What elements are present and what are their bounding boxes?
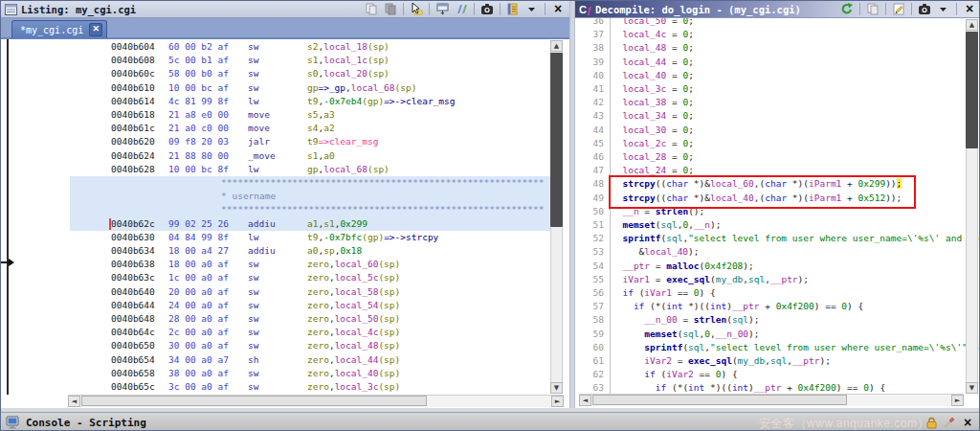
token-glob: sql <box>770 355 787 366</box>
listing-row[interactable]: 0040b62009 f8 20 03jalrt9=>clear_msg <box>1 135 564 148</box>
listing-row[interactable]: 0040b60c58 00 b0 afsws0,local_20(sp) <box>1 67 564 80</box>
dropdown-icon[interactable] <box>524 2 540 16</box>
clear-console-icon[interactable] <box>941 416 956 430</box>
listing-row[interactable]: 0040b6085c 00 b1 afsws1,local_1c(sp) <box>1 54 564 67</box>
close-icon[interactable]: × <box>960 416 975 430</box>
line-number: 40 <box>575 69 604 82</box>
table-snapshot-icon[interactable] <box>434 2 450 16</box>
code-line-61[interactable]: 61 iVar2 = exec_sql(my_db,sql,__ptr); <box>575 354 980 368</box>
code-line-38[interactable]: 38 local_48 = 0; <box>575 41 980 55</box>
close-icon[interactable]: × <box>550 2 566 16</box>
token-txt: ) { <box>869 382 885 393</box>
notes-icon[interactable] <box>505 2 521 16</box>
scroll-left-icon[interactable]: ◄ <box>579 395 591 406</box>
copy-icon[interactable] <box>364 2 379 16</box>
listing-row[interactable]: 0040b65c3c 00 a0 afswzero,local_3c(sp) <box>1 380 564 394</box>
code-line-42[interactable]: 42 local_38 = 0; <box>575 96 980 109</box>
code-line-58[interactable]: 58 __n_00 = strlen(sql); <box>575 313 980 327</box>
code-line-46[interactable]: 46 local_28 = 0; <box>575 150 980 164</box>
listing-row[interactable]: 0040b60460 00 b2 afsws2,local_18(sp) <box>1 40 564 54</box>
code-line-54[interactable]: 54 __ptr = malloc(0x4f208); <box>575 260 980 273</box>
code-line-57[interactable]: 57 if (*(int *)((int)__ptr + 0x4f200) ==… <box>575 300 980 313</box>
code-line-43[interactable]: 43 local_34 = 0; <box>575 109 980 123</box>
code-line-41[interactable]: 41 local_3c = 0; <box>575 82 980 96</box>
lock-icon[interactable] <box>924 416 939 430</box>
listing-row[interactable]: 0040b64c2c 00 a0 afswzero,local_4c(sp) <box>1 326 564 339</box>
toolbar-separator <box>885 3 886 15</box>
scroll-right-icon[interactable]: ► <box>951 395 964 406</box>
tab-my-cgi[interactable]: *my_cgi.cgi ✕ <box>11 20 107 38</box>
code-line-36[interactable]: 36 local_50 = 0; <box>575 18 980 28</box>
listing-row[interactable]: 0040b63c1c 00 a0 afswzero,local_5c(sp) <box>1 271 564 284</box>
decompiler-titlebar[interactable]: Cƒ Decompile: do_login - (my_cgi.cgi) × <box>575 1 980 18</box>
scroll-right-icon[interactable]: ► <box>551 396 564 407</box>
comment-row[interactable]: * username <box>1 190 564 203</box>
scroll-down-icon[interactable]: ▼ <box>550 382 563 394</box>
bytes: 18 00 a4 27 <box>168 244 229 258</box>
listing-row[interactable]: 0040b65030 00 a0 afswzero,local_48(sp) <box>1 339 564 352</box>
listing-row[interactable]: 0040b62c99 02 25 26addiua1,s1,0x299 <box>1 217 564 231</box>
camera-icon[interactable] <box>917 2 932 16</box>
listing-row[interactable]: 0040b62421 88 80 00_moves1,a0 <box>1 149 564 163</box>
close-icon[interactable]: × <box>962 2 977 16</box>
edit-icon[interactable] <box>891 2 906 16</box>
code-line-53[interactable]: 53 &local_40); <box>575 245 980 259</box>
listing-hscroll-thumb[interactable] <box>81 396 427 406</box>
scroll-down-icon[interactable]: ▼ <box>966 382 978 394</box>
listing-row[interactable]: 0040b65838 00 a0 afswzero,local_40(sp) <box>1 367 564 380</box>
code-line-45[interactable]: 45 local_2c = 0; <box>575 137 980 150</box>
address: 0040b618 <box>111 108 155 122</box>
markup-icon[interactable] <box>454 2 469 16</box>
code-line-55[interactable]: 55 iVar1 = exec_sql(my_db,sql,__ptr); <box>575 273 980 286</box>
comment-row[interactable]: ****************************************… <box>1 203 564 216</box>
code-line-52[interactable]: 52 sprintf(sql,"select level from user w… <box>575 232 980 245</box>
code-line-44[interactable]: 44 local_30 = 0; <box>575 124 980 137</box>
listing-row[interactable]: 0040b62810 00 bc 8flwgp,local_68(sp) <box>1 163 564 176</box>
operands: s1,local_1c(sp) <box>307 54 390 67</box>
paste-icon[interactable] <box>383 2 398 16</box>
line-number: 50 <box>575 205 604 218</box>
listing-row[interactable]: 0040b61c21 a0 c0 00moves4,a2 <box>1 122 564 135</box>
listing-row[interactable]: 0040b63004 84 99 8flwt9,-0x7bfc(gp)=>->s… <box>1 231 564 244</box>
listing-row[interactable]: 0040b64828 00 a0 afswzero,local_50(sp) <box>1 312 564 326</box>
camera-icon[interactable] <box>479 2 495 16</box>
listing-row[interactable]: 0040b61821 a8 e0 00moves5,a3 <box>1 108 564 122</box>
listing-row[interactable]: 0040b63418 00 a4 27addiua0,sp,0x18 <box>1 244 564 258</box>
token-txt <box>612 138 622 148</box>
scroll-up-icon[interactable]: ▲ <box>966 19 978 31</box>
mnemonic: lw <box>248 231 258 244</box>
tab-close-icon[interactable]: ✕ <box>89 23 102 36</box>
comment-row[interactable]: ****************************************… <box>1 176 564 190</box>
copy-icon[interactable] <box>865 2 880 16</box>
token-var: iVar2 <box>666 369 694 379</box>
decompiler-vscroll-thumb[interactable] <box>966 32 978 148</box>
token-txt <box>612 70 622 80</box>
token-txt <box>612 314 644 325</box>
code-line-37[interactable]: 37 local_4c = 0; <box>575 28 980 41</box>
code-line-60[interactable]: 60 sprintf(sql,"select level from user w… <box>575 341 980 354</box>
listing-vscroll-thumb[interactable] <box>550 53 563 227</box>
listing-row[interactable]: 0040b61010 00 bc afswgp=>_gp,local_68(sp… <box>1 81 564 95</box>
code-line-56[interactable]: 56 if (iVar1 == 0) { <box>575 286 980 300</box>
code-line-59[interactable]: 59 memset(sql,0,__n_00); <box>575 328 980 341</box>
code-line-39[interactable]: 39 local_44 = 0; <box>575 56 980 69</box>
listing-row[interactable]: 0040b65434 00 a0 a7shzero,local_44(sp) <box>1 353 564 367</box>
scroll-left-icon[interactable]: ◄ <box>68 396 80 407</box>
code-line-62[interactable]: 62 if (iVar2 == 0) { <box>575 368 980 381</box>
decompiler-content[interactable]: 36 local_50 = 0;37 local_4c = 0;38 local… <box>575 18 980 408</box>
listing-row[interactable]: 0040b64020 00 a0 afswzero,local_58(sp) <box>1 285 564 299</box>
code-text: if (*(int *)((int)__ptr + 0x4f200) == 0)… <box>612 300 863 313</box>
listing-row[interactable]: 0040b63818 00 a0 afswzero,local_60(sp) <box>1 258 564 271</box>
decompiler-hscroll-thumb[interactable] <box>592 395 847 405</box>
code-line-51[interactable]: 51 memset(sql,0,__n); <box>575 218 980 232</box>
listing-titlebar[interactable]: Listing: my_cgi.cgi × <box>1 1 569 18</box>
dropdown-icon[interactable] <box>936 2 951 16</box>
cursor-location-icon[interactable] <box>409 2 424 16</box>
scroll-up-icon[interactable]: ▲ <box>550 40 563 52</box>
code-line-40[interactable]: 40 local_40 = 0; <box>575 69 980 82</box>
listing-row[interactable]: 0040b6144c 81 99 8flwt9,-0x7eb4(gp)=>->c… <box>1 95 564 108</box>
console-bar[interactable]: Console - Scripting 安全客（www.anquanke.com… <box>1 412 980 431</box>
listing-row[interactable]: 0040b64424 00 a0 afswzero,local_54(sp) <box>1 299 564 312</box>
listing-content[interactable]: 0040b60460 00 b2 afsws2,local_18(sp)0040… <box>1 39 569 408</box>
refresh-icon[interactable] <box>839 2 855 16</box>
